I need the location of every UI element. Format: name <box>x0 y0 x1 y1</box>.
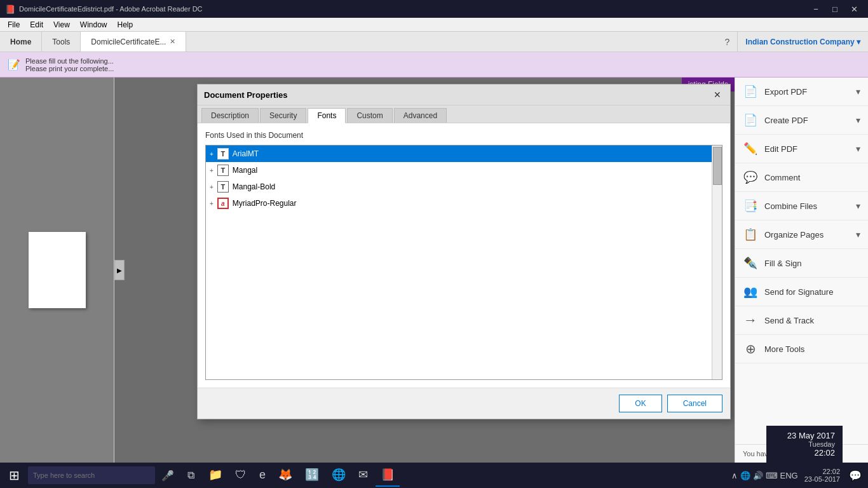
font-type-icon: T <box>217 165 229 176</box>
cancel-button[interactable]: Cancel <box>667 395 722 412</box>
export-pdf-arrow: ▾ <box>856 86 860 97</box>
menu-window[interactable]: Window <box>75 19 112 30</box>
tray-network[interactable]: 🌐 <box>740 471 750 480</box>
taskbar-explorer-icon[interactable]: 📁 <box>203 464 227 487</box>
organize-pages-arrow: ▾ <box>856 229 860 240</box>
font-item-mangal-bold[interactable]: + T Mangal-Bold <box>206 179 712 195</box>
font-type-icon: T <box>217 148 229 159</box>
tray-chevron[interactable]: ∧ <box>731 471 738 480</box>
close-button[interactable]: ✕ <box>845 3 863 15</box>
font-list-scrollbar[interactable] <box>712 146 722 379</box>
right-panel-fill-sign[interactable]: ✒️ Fill & Sign <box>735 249 868 278</box>
send-track-icon: → <box>743 313 758 328</box>
calendar-date: 23 May 2017 <box>774 431 835 440</box>
right-panel-more-tools[interactable]: ⊕ More Tools <box>735 335 868 363</box>
calendar-popup: 23 May 2017 Tuesday 22:02 <box>766 426 843 463</box>
title-bar-title: 📕 DomicileCertificateEdistrict.pdf - Ado… <box>5 4 203 14</box>
pdf-area: isting Fields ▶ Document Properties ✕ De… <box>114 78 735 463</box>
notification-text: Please fill out the following... Please … <box>25 57 114 72</box>
company-name[interactable]: Indian Construction Company ▾ <box>737 32 868 51</box>
taskbar-calc-icon[interactable]: 🔢 <box>300 464 324 487</box>
font-item-mangal[interactable]: + T Mangal <box>206 162 712 179</box>
combine-files-label: Combine Files <box>764 201 850 211</box>
notification-line1: Please fill out the following... <box>25 57 114 65</box>
action-center-icon[interactable]: 💬 <box>845 465 865 485</box>
font-expand-icon: + <box>210 151 214 158</box>
app-icon: 📕 <box>5 4 15 14</box>
right-panel-edit-pdf[interactable]: ✏️ Edit PDF ▾ <box>735 135 868 163</box>
tray-lang[interactable]: ENG <box>780 471 798 480</box>
tab-description[interactable]: Description <box>201 108 259 123</box>
font-item-myriadpro[interactable]: + a MyriadPro-Regular <box>206 195 712 212</box>
organize-pages-label: Organize Pages <box>764 230 850 240</box>
fill-sign-icon: ✒️ <box>743 255 758 271</box>
menu-file[interactable]: File <box>3 19 25 30</box>
microphone-icon[interactable]: 🎤 <box>158 465 178 485</box>
dialog-title: Document Properties <box>204 90 287 100</box>
dialog-close-button[interactable]: ✕ <box>711 88 724 101</box>
right-panel-export-pdf[interactable]: 📄 Export PDF ▾ <box>735 78 868 106</box>
minimize-button[interactable]: − <box>807 3 825 15</box>
notification-line2: Please print your complete... <box>25 65 114 72</box>
tab-document[interactable]: DomicileCertificateE... ✕ <box>81 32 186 51</box>
right-panel-comment[interactable]: 💬 Comment <box>735 163 868 192</box>
tab-close-icon[interactable]: ✕ <box>170 37 175 46</box>
left-panel <box>0 78 114 463</box>
dialog-footer: OK Cancel <box>198 388 730 419</box>
tab-security[interactable]: Security <box>260 108 306 123</box>
tray-keyboard[interactable]: ⌨ <box>766 471 778 480</box>
start-button[interactable]: ⊞ <box>3 464 25 487</box>
more-tools-icon: ⊕ <box>743 341 758 356</box>
notification-icon: 📝 <box>8 58 20 71</box>
send-for-signature-label: Send for Signature <box>764 287 860 297</box>
taskbar-acrobat-icon[interactable]: 📕 <box>376 464 400 487</box>
search-input[interactable] <box>28 466 155 484</box>
menu-view[interactable]: View <box>48 19 75 30</box>
ok-button[interactable]: OK <box>619 395 661 412</box>
font-name-arialmt: ArialMT <box>233 149 259 158</box>
menu-edit[interactable]: Edit <box>25 19 48 30</box>
font-expand-icon: + <box>210 184 214 191</box>
combine-files-arrow: ▾ <box>856 201 860 211</box>
create-pdf-label: Create PDF <box>764 116 850 125</box>
clock-time: 22:02 <box>822 468 840 475</box>
tab-tools[interactable]: Tools <box>42 32 81 51</box>
edit-pdf-icon: ✏️ <box>743 141 758 156</box>
tab-advanced[interactable]: Advanced <box>394 108 447 123</box>
tab-fonts[interactable]: Fonts <box>308 108 346 123</box>
menu-help[interactable]: Help <box>112 19 139 30</box>
tab-spacer <box>186 32 717 51</box>
right-panel: 📄 Export PDF ▾ 📄 Create PDF ▾ ✏️ Edit PD… <box>735 78 868 463</box>
export-pdf-icon: 📄 <box>743 84 758 99</box>
right-panel-send-track[interactable]: → Send & Track <box>735 306 868 335</box>
dialog-body: Fonts Used in this Document + T ArialMT … <box>198 123 730 388</box>
scrollbar-thumb[interactable] <box>713 147 722 185</box>
taskbar-firefox-icon[interactable]: 🦊 <box>273 464 297 487</box>
comment-label: Comment <box>764 173 860 182</box>
tab-home[interactable]: Home <box>0 32 42 51</box>
taskbar-mail-icon[interactable]: ✉ <box>353 464 373 487</box>
taskbar-network-icon[interactable]: 🌐 <box>327 464 351 487</box>
right-panel-organize-pages[interactable]: 📋 Organize Pages ▾ <box>735 220 868 249</box>
doc-tab-label: DomicileCertificateE... <box>91 37 166 46</box>
maximize-button[interactable]: □ <box>826 3 844 15</box>
font-name-myriadpro: MyriadPro-Regular <box>233 199 297 208</box>
tray-volume[interactable]: 🔊 <box>753 471 763 480</box>
tab-custom[interactable]: Custom <box>347 108 392 123</box>
font-list[interactable]: + T ArialMT + T Mangal + <box>205 145 722 380</box>
font-item-arialmt[interactable]: + T ArialMT <box>206 146 712 162</box>
title-bar: 📕 DomicileCertificateEdistrict.pdf - Ado… <box>0 0 868 18</box>
font-adobe-icon: a <box>217 198 229 209</box>
right-panel-create-pdf[interactable]: 📄 Create PDF ▾ <box>735 106 868 135</box>
create-pdf-arrow: ▾ <box>856 115 860 125</box>
help-button[interactable]: ? <box>717 32 737 51</box>
taskbar-clock[interactable]: 22:02 23-05-2017 <box>804 468 843 483</box>
taskbar-edge-icon[interactable]: 🛡 <box>230 464 252 487</box>
task-view-icon[interactable]: ⧉ <box>180 465 201 485</box>
dialog-overlay: Document Properties ✕ Description Securi… <box>114 78 735 463</box>
font-expand-icon: + <box>210 200 214 207</box>
right-panel-combine-files[interactable]: 📑 Combine Files ▾ <box>735 192 868 220</box>
taskbar-ie-icon[interactable]: e <box>254 464 271 487</box>
right-panel-send-for-signature[interactable]: 👥 Send for Signature <box>735 278 868 306</box>
calendar-day: Tuesday <box>774 440 835 448</box>
